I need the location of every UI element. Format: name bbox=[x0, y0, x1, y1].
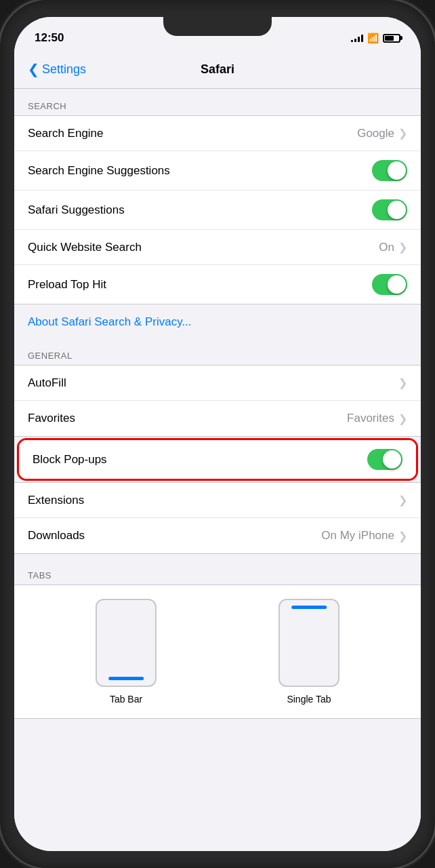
single-tab-phone-icon bbox=[278, 599, 339, 687]
page-title: Safari bbox=[201, 62, 234, 77]
favorites-row[interactable]: Favorites Favorites ❯ bbox=[14, 401, 421, 436]
single-tab-option[interactable]: Single Tab bbox=[278, 599, 339, 705]
favorites-text: Favorites bbox=[347, 412, 394, 425]
wifi-icon: 📶 bbox=[367, 33, 379, 43]
quick-website-search-label: Quick Website Search bbox=[28, 241, 142, 254]
search-engine-value: Google ❯ bbox=[357, 127, 407, 140]
settings-content: SEARCH Search Engine Google ❯ Search Eng… bbox=[14, 89, 421, 851]
search-engine-text: Google bbox=[357, 127, 394, 140]
extensions-right: ❯ bbox=[398, 494, 407, 507]
extensions-label: Extensions bbox=[28, 494, 84, 507]
search-engine-suggestions-toggle[interactable] bbox=[372, 160, 407, 181]
tabs-section: TABS Tab Bar Single Tab bbox=[14, 558, 421, 719]
notch bbox=[163, 17, 272, 36]
preload-top-hit-row: Preload Top Hit bbox=[14, 265, 421, 304]
favorites-chevron-icon: ❯ bbox=[398, 412, 407, 425]
quick-website-search-row[interactable]: Quick Website Search On ❯ bbox=[14, 230, 421, 265]
autofill-row[interactable]: AutoFill ❯ bbox=[14, 366, 421, 401]
preload-top-hit-toggle[interactable] bbox=[372, 274, 407, 295]
single-tab-indicator bbox=[291, 606, 327, 609]
general-settings-group: AutoFill ❯ Favorites Favorites ❯ bbox=[14, 365, 421, 437]
autofill-label: AutoFill bbox=[28, 376, 66, 390]
downloads-label: Downloads bbox=[28, 529, 85, 542]
downloads-value: On My iPhone ❯ bbox=[321, 529, 407, 542]
battery-icon bbox=[383, 34, 400, 43]
safari-suggestions-label: Safari Suggestions bbox=[28, 203, 125, 217]
safari-suggestions-toggle[interactable] bbox=[372, 199, 407, 220]
phone-frame: 12:50 📶 ❮ Settings Safari bbox=[0, 0, 435, 868]
general-section-header: GENERAL bbox=[14, 338, 421, 365]
general-settings-group-2: Extensions ❯ Downloads On My iPhone ❯ bbox=[14, 482, 421, 554]
search-engine-label: Search Engine bbox=[28, 127, 104, 140]
single-tab-label: Single Tab bbox=[287, 694, 331, 705]
toggle-knob bbox=[388, 275, 406, 294]
privacy-link[interactable]: About Safari Search & Privacy... bbox=[14, 306, 421, 338]
favorites-label: Favorites bbox=[28, 412, 75, 425]
toggle-knob bbox=[388, 201, 406, 219]
quick-website-search-text: On bbox=[379, 241, 394, 254]
autofill-chevron-icon: ❯ bbox=[398, 376, 407, 389]
status-icons: 📶 bbox=[351, 33, 400, 43]
search-engine-suggestions-row: Search Engine Suggestions bbox=[14, 151, 421, 191]
extensions-chevron-icon: ❯ bbox=[398, 494, 407, 507]
safari-suggestions-row: Safari Suggestions bbox=[14, 191, 421, 230]
search-engine-chevron-icon: ❯ bbox=[398, 127, 407, 140]
block-popups-toggle[interactable] bbox=[367, 449, 402, 470]
quick-website-search-chevron-icon: ❯ bbox=[398, 241, 407, 254]
search-engine-suggestions-label: Search Engine Suggestions bbox=[28, 164, 170, 178]
block-popups-highlight: Block Pop-ups bbox=[17, 438, 418, 481]
toggle-knob bbox=[388, 161, 406, 180]
tab-options: Tab Bar Single Tab bbox=[14, 585, 421, 719]
quick-website-search-value: On ❯ bbox=[379, 241, 407, 254]
search-settings-group: Search Engine Google ❯ Search Engine Sug… bbox=[14, 115, 421, 304]
tab-bar-label: Tab Bar bbox=[110, 694, 142, 705]
back-chevron-icon: ❮ bbox=[28, 61, 39, 77]
phone-screen: 12:50 📶 ❮ Settings Safari bbox=[14, 17, 421, 851]
downloads-chevron-icon: ❯ bbox=[398, 530, 407, 542]
back-label: Settings bbox=[42, 62, 86, 77]
extensions-row[interactable]: Extensions ❯ bbox=[14, 483, 421, 518]
downloads-row[interactable]: Downloads On My iPhone ❯ bbox=[14, 518, 421, 553]
autofill-right: ❯ bbox=[398, 376, 407, 389]
toggle-knob bbox=[383, 450, 401, 469]
downloads-text: On My iPhone bbox=[321, 529, 394, 542]
tab-bar-option[interactable]: Tab Bar bbox=[96, 599, 157, 705]
preload-top-hit-label: Preload Top Hit bbox=[28, 278, 106, 292]
search-section-header: SEARCH bbox=[14, 89, 421, 115]
tab-bar-phone-icon bbox=[96, 599, 157, 687]
tabs-section-header: TABS bbox=[14, 558, 421, 585]
nav-bar: ❮ Settings Safari bbox=[14, 51, 421, 89]
back-button[interactable]: ❮ Settings bbox=[28, 62, 86, 77]
tab-bar-indicator bbox=[108, 677, 144, 680]
search-engine-row[interactable]: Search Engine Google ❯ bbox=[14, 116, 421, 151]
status-time: 12:50 bbox=[35, 31, 64, 45]
signal-icon bbox=[351, 34, 363, 42]
block-popups-row: Block Pop-ups bbox=[19, 440, 416, 479]
favorites-value: Favorites ❯ bbox=[347, 412, 407, 425]
block-popups-label: Block Pop-ups bbox=[33, 453, 107, 467]
